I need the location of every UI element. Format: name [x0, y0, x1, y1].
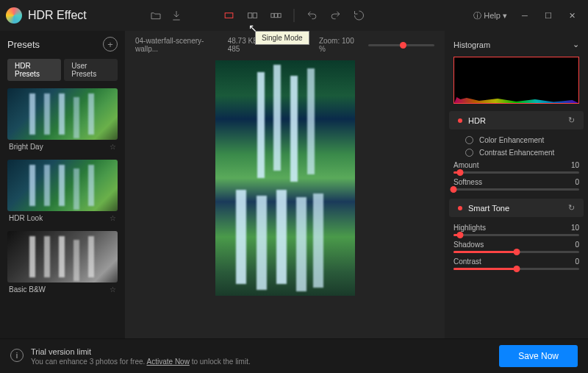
- highlights-slider[interactable]: [453, 234, 579, 236]
- smart-tone-title: Smart Tone: [468, 204, 509, 213]
- smart-tone-section-header[interactable]: Smart Tone ↻: [449, 199, 584, 217]
- hdr-section-header[interactable]: HDR ↻: [449, 111, 584, 129]
- favorite-icon[interactable]: ☆: [110, 214, 116, 222]
- favorite-icon[interactable]: ☆: [110, 143, 116, 151]
- svg-rect-2: [253, 13, 257, 18]
- save-now-button[interactable]: Save Now: [499, 345, 578, 367]
- preset-thumb: [7, 88, 118, 140]
- histogram-label: Histogram: [453, 40, 490, 49]
- svg-rect-1: [248, 13, 252, 18]
- active-dot-icon: [458, 206, 462, 210]
- contrast-slider[interactable]: [453, 268, 579, 270]
- main-image: [215, 60, 355, 296]
- svg-rect-5: [278, 13, 281, 17]
- favorite-icon[interactable]: ☆: [110, 285, 116, 294]
- preset-hdr-look[interactable]: HDR Look☆: [7, 160, 118, 225]
- preset-label: HDR Look: [9, 214, 43, 222]
- preset-basic-bw[interactable]: Basic B&W☆: [7, 231, 118, 296]
- preset-thumb: [7, 231, 118, 283]
- trial-title: Trial version limit: [31, 347, 251, 356]
- view-mode-group: [219, 5, 370, 26]
- compare-mode-button[interactable]: [266, 5, 287, 26]
- svg-rect-0: [225, 13, 233, 18]
- info-icon: i: [10, 349, 24, 362]
- trial-text: You can enhance 3 photos for free. Activ…: [31, 358, 251, 366]
- shadows-value: 0: [575, 241, 579, 249]
- radio-icon: [465, 136, 473, 144]
- tooltip: Single Mode: [255, 31, 309, 45]
- chevron-down-icon: ⌄: [573, 40, 579, 49]
- highlights-label: Highlights: [453, 224, 486, 232]
- preset-label: Basic B&W: [9, 285, 46, 294]
- amount-value: 10: [571, 161, 579, 169]
- shadows-slider[interactable]: [453, 251, 579, 253]
- redo-button[interactable]: [326, 5, 346, 26]
- presets-panel: Presets + HDR Presets User Presets Brigh…: [0, 31, 125, 338]
- footer: i Trial version limit You can enhance 3 …: [0, 338, 588, 373]
- activate-link[interactable]: Activate Now: [147, 358, 190, 366]
- active-dot-icon: [458, 118, 462, 123]
- amount-param: Amount10: [445, 159, 588, 176]
- softness-param: Softness0: [445, 176, 588, 193]
- contrast-value: 0: [575, 257, 579, 266]
- preset-thumb: [7, 160, 118, 211]
- softness-label: Softness: [453, 178, 482, 186]
- adjustments-panel: Histogram ⌄ HDR ↻ Color Enhancement Cont…: [445, 31, 588, 338]
- filesize: 48.73 KB: [228, 37, 258, 45]
- maximize-button[interactable]: ☐: [538, 7, 559, 24]
- close-button[interactable]: ✕: [562, 7, 582, 24]
- amount-slider[interactable]: [453, 171, 579, 174]
- split-mode-button[interactable]: [243, 5, 263, 26]
- color-enhancement-option[interactable]: Color Enhancement: [445, 134, 588, 146]
- reset-smart-tone-icon[interactable]: ↻: [568, 203, 575, 213]
- amount-label: Amount: [453, 161, 478, 169]
- highlights-param: Highlights10: [445, 221, 588, 238]
- svg-rect-3: [271, 13, 274, 17]
- undo-button[interactable]: [302, 5, 323, 26]
- preset-label: Bright Day: [9, 143, 43, 151]
- histogram-header[interactable]: Histogram ⌄: [445, 37, 588, 52]
- canvas-area: 04-waterfall-scenery-wallp... 48.73 KB |…: [125, 31, 445, 338]
- reset-hdr-icon[interactable]: ↻: [568, 116, 575, 125]
- minimize-button[interactable]: ─: [514, 7, 535, 24]
- trial-notice: i Trial version limit You can enhance 3 …: [10, 347, 251, 366]
- highlights-value: 10: [571, 224, 579, 232]
- softness-slider[interactable]: [453, 188, 579, 191]
- shadows-label: Shadows: [453, 241, 484, 249]
- preset-bright-day[interactable]: Bright Day☆: [7, 88, 118, 154]
- image-viewport[interactable]: [125, 59, 445, 338]
- filename: 04-waterfall-scenery-wallp...: [135, 37, 218, 53]
- open-folder-button[interactable]: [146, 5, 166, 26]
- app-title: HDR Effect: [6, 7, 87, 24]
- single-mode-button[interactable]: [219, 5, 240, 26]
- contrast-param: Contrast0: [445, 255, 588, 272]
- app-logo-icon: [6, 7, 22, 24]
- help-link[interactable]: ⓘ Help ▾: [473, 10, 507, 21]
- save-as-button[interactable]: [166, 5, 187, 26]
- shadows-param: Shadows0: [445, 238, 588, 255]
- radio-icon: [465, 149, 473, 157]
- zoom-slider[interactable]: [368, 44, 434, 46]
- hdr-title: HDR: [468, 116, 486, 125]
- presets-title: Presets: [7, 39, 40, 50]
- softness-value: 0: [575, 178, 579, 186]
- zoom-label: Zoom:: [319, 37, 340, 45]
- contrast-enhancement-option[interactable]: Contrast Enhancement: [445, 146, 588, 159]
- svg-rect-4: [275, 13, 278, 17]
- reset-button[interactable]: [349, 5, 370, 26]
- app-title-text: HDR Effect: [28, 9, 87, 22]
- histogram-display: [453, 57, 579, 104]
- contrast-label: Contrast: [453, 257, 481, 266]
- titlebar: HDR Effect ⓘ Help ▾ ─ ☐ ✕: [0, 0, 588, 31]
- tab-user-presets[interactable]: User Presets: [64, 59, 118, 81]
- tab-hdr-presets[interactable]: HDR Presets: [7, 59, 61, 81]
- add-preset-button[interactable]: +: [103, 37, 118, 51]
